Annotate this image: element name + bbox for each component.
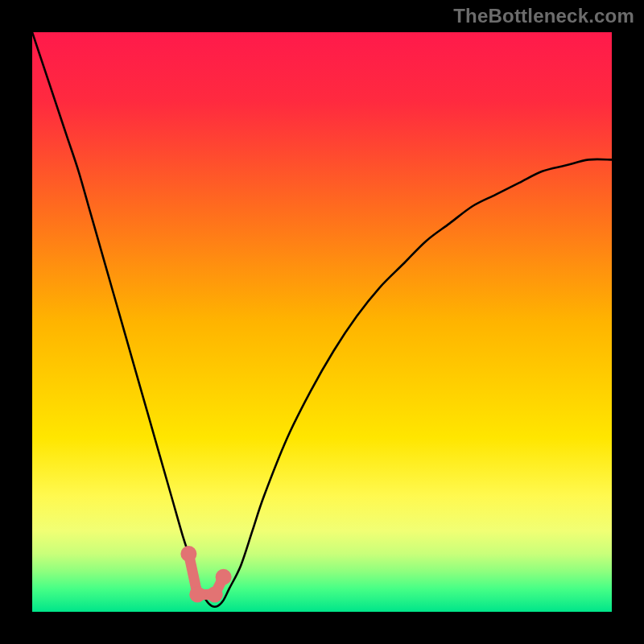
chart-background [32,32,612,612]
marker-mid-b [207,586,223,602]
watermark-text: TheBottleneck.com [453,5,634,27]
marker-right [216,569,232,585]
chart-plot [32,32,612,612]
marker-left [180,546,196,562]
chart-frame: TheBottleneck.com [0,0,644,644]
marker-mid-a [189,586,205,602]
